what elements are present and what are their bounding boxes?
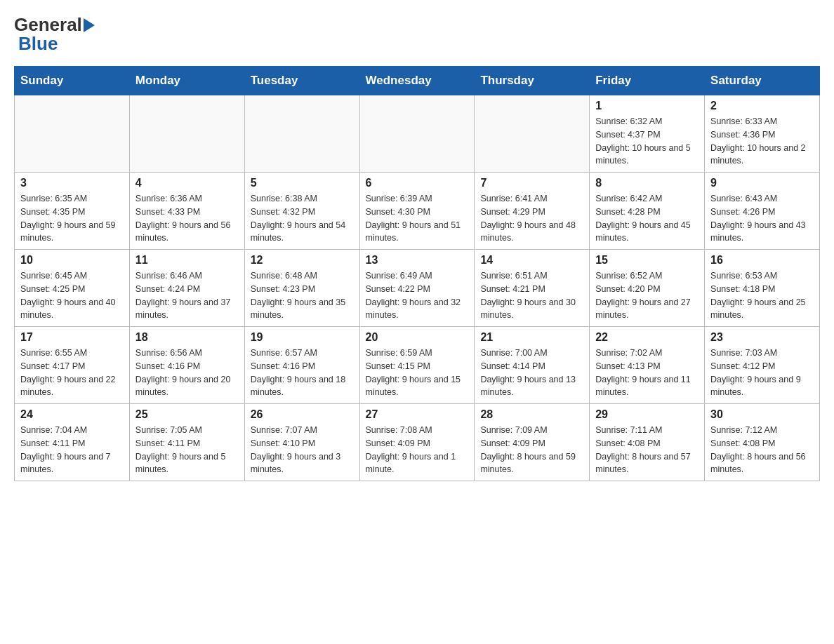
- day-number: 27: [366, 408, 469, 421]
- day-number: 2: [710, 100, 814, 112]
- day-info: Sunrise: 6:39 AM Sunset: 4:30 PM Dayligh…: [366, 192, 469, 245]
- calendar-cell: 25Sunrise: 7:05 AM Sunset: 4:11 PM Dayli…: [129, 404, 244, 481]
- day-info: Sunrise: 6:52 AM Sunset: 4:20 PM Dayligh…: [595, 269, 699, 322]
- day-info: Sunrise: 6:43 AM Sunset: 4:26 PM Dayligh…: [710, 192, 814, 245]
- calendar-cell: 10Sunrise: 6:45 AM Sunset: 4:25 PM Dayli…: [15, 250, 130, 327]
- calendar-cell: [244, 95, 359, 173]
- calendar-cell: [15, 95, 130, 173]
- day-number: 25: [135, 408, 239, 421]
- calendar-header-row: SundayMondayTuesdayWednesdayThursdayFrid…: [15, 67, 820, 95]
- header-thursday: Thursday: [475, 67, 590, 95]
- header-friday: Friday: [590, 67, 705, 95]
- calendar-cell: 8Sunrise: 6:42 AM Sunset: 4:28 PM Daylig…: [590, 173, 705, 250]
- day-info: Sunrise: 6:45 AM Sunset: 4:25 PM Dayligh…: [20, 269, 124, 322]
- day-number: 7: [480, 177, 583, 189]
- day-info: Sunrise: 6:46 AM Sunset: 4:24 PM Dayligh…: [135, 269, 239, 322]
- day-info: Sunrise: 6:49 AM Sunset: 4:22 PM Dayligh…: [366, 269, 469, 322]
- calendar-cell: 3Sunrise: 6:35 AM Sunset: 4:35 PM Daylig…: [15, 173, 130, 250]
- calendar-cell: 17Sunrise: 6:55 AM Sunset: 4:17 PM Dayli…: [15, 327, 130, 404]
- calendar-cell: 19Sunrise: 6:57 AM Sunset: 4:16 PM Dayli…: [244, 327, 359, 404]
- calendar-table: SundayMondayTuesdayWednesdayThursdayFrid…: [14, 66, 820, 481]
- calendar-cell: 11Sunrise: 6:46 AM Sunset: 4:24 PM Dayli…: [129, 250, 244, 327]
- week-row-1: 3Sunrise: 6:35 AM Sunset: 4:35 PM Daylig…: [15, 173, 820, 250]
- header: General Blue: [14, 14, 820, 55]
- day-number: 5: [251, 177, 354, 189]
- week-row-3: 17Sunrise: 6:55 AM Sunset: 4:17 PM Dayli…: [15, 327, 820, 404]
- calendar-cell: 29Sunrise: 7:11 AM Sunset: 4:08 PM Dayli…: [590, 404, 705, 481]
- calendar-cell: 4Sunrise: 6:36 AM Sunset: 4:33 PM Daylig…: [129, 173, 244, 250]
- week-row-0: 1Sunrise: 6:32 AM Sunset: 4:37 PM Daylig…: [15, 95, 820, 173]
- day-info: Sunrise: 6:53 AM Sunset: 4:18 PM Dayligh…: [710, 269, 814, 322]
- header-monday: Monday: [129, 67, 244, 95]
- day-number: 23: [710, 331, 814, 344]
- calendar-cell: 15Sunrise: 6:52 AM Sunset: 4:20 PM Dayli…: [590, 250, 705, 327]
- calendar-cell: 30Sunrise: 7:12 AM Sunset: 4:08 PM Dayli…: [705, 404, 820, 481]
- calendar-cell: 18Sunrise: 6:56 AM Sunset: 4:16 PM Dayli…: [129, 327, 244, 404]
- calendar-cell: 27Sunrise: 7:08 AM Sunset: 4:09 PM Dayli…: [359, 404, 475, 481]
- day-info: Sunrise: 6:35 AM Sunset: 4:35 PM Dayligh…: [20, 192, 124, 245]
- header-wednesday: Wednesday: [359, 67, 475, 95]
- day-number: 16: [710, 254, 814, 267]
- calendar-cell: 21Sunrise: 7:00 AM Sunset: 4:14 PM Dayli…: [475, 327, 590, 404]
- day-info: Sunrise: 7:00 AM Sunset: 4:14 PM Dayligh…: [480, 347, 583, 399]
- day-info: Sunrise: 7:09 AM Sunset: 4:09 PM Dayligh…: [480, 424, 583, 476]
- day-number: 26: [251, 408, 354, 421]
- day-info: Sunrise: 7:04 AM Sunset: 4:11 PM Dayligh…: [20, 424, 124, 476]
- day-info: Sunrise: 6:56 AM Sunset: 4:16 PM Dayligh…: [135, 347, 239, 399]
- day-info: Sunrise: 6:48 AM Sunset: 4:23 PM Dayligh…: [251, 269, 354, 322]
- day-info: Sunrise: 7:08 AM Sunset: 4:09 PM Dayligh…: [366, 424, 469, 476]
- calendar-cell: 5Sunrise: 6:38 AM Sunset: 4:32 PM Daylig…: [244, 173, 359, 250]
- calendar-cell: [475, 95, 590, 173]
- day-number: 18: [135, 331, 239, 344]
- day-info: Sunrise: 6:41 AM Sunset: 4:29 PM Dayligh…: [480, 192, 583, 245]
- day-info: Sunrise: 6:59 AM Sunset: 4:15 PM Dayligh…: [366, 347, 469, 399]
- calendar-cell: 2Sunrise: 6:33 AM Sunset: 4:36 PM Daylig…: [705, 95, 820, 173]
- day-info: Sunrise: 7:03 AM Sunset: 4:12 PM Dayligh…: [710, 347, 814, 399]
- day-info: Sunrise: 6:42 AM Sunset: 4:28 PM Dayligh…: [595, 192, 699, 245]
- day-info: Sunrise: 6:36 AM Sunset: 4:33 PM Dayligh…: [135, 192, 239, 245]
- calendar-cell: 22Sunrise: 7:02 AM Sunset: 4:13 PM Dayli…: [590, 327, 705, 404]
- header-saturday: Saturday: [705, 67, 820, 95]
- day-number: 22: [595, 331, 699, 344]
- day-number: 13: [366, 254, 469, 267]
- day-number: 9: [710, 177, 814, 189]
- day-info: Sunrise: 7:05 AM Sunset: 4:11 PM Dayligh…: [135, 424, 239, 476]
- day-number: 12: [251, 254, 354, 267]
- calendar-cell: 6Sunrise: 6:39 AM Sunset: 4:30 PM Daylig…: [359, 173, 475, 250]
- day-number: 1: [595, 100, 699, 112]
- day-number: 10: [20, 254, 124, 267]
- day-number: 19: [251, 331, 354, 344]
- week-row-2: 10Sunrise: 6:45 AM Sunset: 4:25 PM Dayli…: [15, 250, 820, 327]
- day-info: Sunrise: 6:55 AM Sunset: 4:17 PM Dayligh…: [20, 347, 124, 399]
- day-number: 29: [595, 408, 699, 421]
- day-number: 8: [595, 177, 699, 189]
- day-info: Sunrise: 6:51 AM Sunset: 4:21 PM Dayligh…: [480, 269, 583, 322]
- calendar-cell: 12Sunrise: 6:48 AM Sunset: 4:23 PM Dayli…: [244, 250, 359, 327]
- day-info: Sunrise: 7:07 AM Sunset: 4:10 PM Dayligh…: [251, 424, 354, 476]
- day-number: 3: [20, 177, 124, 189]
- day-number: 24: [20, 408, 124, 421]
- day-number: 20: [366, 331, 469, 344]
- day-number: 21: [480, 331, 583, 344]
- day-number: 28: [480, 408, 583, 421]
- logo-blue-text: Blue: [15, 33, 96, 55]
- day-number: 30: [710, 408, 814, 421]
- day-info: Sunrise: 7:11 AM Sunset: 4:08 PM Dayligh…: [595, 424, 699, 476]
- calendar-cell: 28Sunrise: 7:09 AM Sunset: 4:09 PM Dayli…: [475, 404, 590, 481]
- calendar-cell: 7Sunrise: 6:41 AM Sunset: 4:29 PM Daylig…: [475, 173, 590, 250]
- logo: General Blue: [14, 14, 96, 55]
- calendar-cell: 23Sunrise: 7:03 AM Sunset: 4:12 PM Dayli…: [705, 327, 820, 404]
- day-info: Sunrise: 6:38 AM Sunset: 4:32 PM Dayligh…: [251, 192, 354, 245]
- day-info: Sunrise: 6:33 AM Sunset: 4:36 PM Dayligh…: [710, 115, 814, 168]
- day-info: Sunrise: 7:02 AM Sunset: 4:13 PM Dayligh…: [595, 347, 699, 399]
- calendar-cell: 1Sunrise: 6:32 AM Sunset: 4:37 PM Daylig…: [590, 95, 705, 173]
- calendar-cell: 20Sunrise: 6:59 AM Sunset: 4:15 PM Dayli…: [359, 327, 475, 404]
- calendar-cell: 16Sunrise: 6:53 AM Sunset: 4:18 PM Dayli…: [705, 250, 820, 327]
- calendar-cell: 26Sunrise: 7:07 AM Sunset: 4:10 PM Dayli…: [244, 404, 359, 481]
- calendar-cell: 14Sunrise: 6:51 AM Sunset: 4:21 PM Dayli…: [475, 250, 590, 327]
- calendar-cell: 24Sunrise: 7:04 AM Sunset: 4:11 PM Dayli…: [15, 404, 130, 481]
- day-number: 11: [135, 254, 239, 267]
- day-number: 6: [366, 177, 469, 189]
- calendar-cell: [359, 95, 475, 173]
- calendar-cell: [129, 95, 244, 173]
